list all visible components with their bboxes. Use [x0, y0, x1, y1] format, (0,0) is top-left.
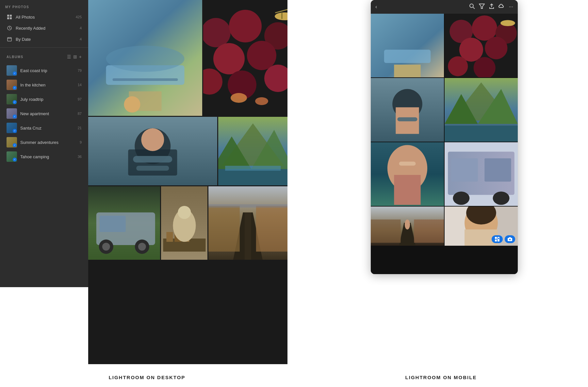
all-photos-count: 425	[76, 15, 82, 19]
svg-rect-1	[10, 15, 12, 17]
mobile-photo-truck-window[interactable]	[445, 142, 518, 206]
svg-marker-63	[479, 4, 484, 8]
back-button[interactable]: ‹	[375, 4, 377, 10]
svg-point-27	[231, 93, 247, 103]
svg-rect-43	[100, 216, 126, 232]
svg-point-112	[509, 239, 511, 240]
album-count-summer: 9	[80, 140, 82, 144]
desktop-footer-label: LIGHTROOM ON DESKTOP	[0, 369, 294, 380]
sidebar-item-all-photos[interactable]: All Photos 425	[2, 12, 86, 22]
recently-added-label: Recently Added	[16, 26, 80, 31]
mobile-photo-person-hands[interactable]	[371, 78, 444, 142]
clock-icon	[7, 25, 12, 31]
photo-mountains[interactable]	[218, 117, 287, 185]
mobile-photo-kayak[interactable]	[371, 14, 444, 77]
svg-rect-91	[451, 158, 478, 181]
svg-rect-107	[495, 240, 497, 241]
camera-button[interactable]	[505, 235, 515, 243]
albums-header: ALBUMS ☰ ⊞ +	[2, 52, 86, 62]
svg-rect-97	[371, 220, 401, 243]
mobile-photo-woman-hands[interactable]	[371, 142, 444, 206]
photo-autumn-road[interactable]	[208, 186, 287, 260]
album-thumb-apartment: ✓	[7, 108, 17, 119]
photo-fruits[interactable]	[203, 0, 287, 116]
desktop-photo-grid	[88, 0, 287, 364]
album-thumb-kitchen: ✓	[7, 80, 17, 90]
svg-rect-50	[166, 232, 173, 242]
svg-point-61	[470, 4, 473, 8]
grid-row-3	[88, 186, 287, 260]
cloud-icon[interactable]	[498, 4, 505, 10]
svg-rect-33	[136, 166, 169, 171]
album-item-apartment[interactable]: ✓ New apartment 87	[2, 107, 86, 120]
album-item-tahoe[interactable]: ✓ Tahoe camping 36	[2, 150, 86, 163]
album-count-santa-cruz: 21	[78, 126, 82, 130]
album-label-kitchen: In the kitchen	[20, 83, 78, 87]
grid-row-1	[88, 0, 287, 116]
album-item-kitchen[interactable]: ✓ In the kitchen 14	[2, 78, 86, 92]
svg-rect-3	[10, 17, 12, 19]
sidebar-item-recently-added[interactable]: Recently Added 4	[2, 23, 86, 33]
filter-icon[interactable]	[479, 3, 485, 10]
sync-badge-summer: ✓	[13, 143, 17, 147]
sync-badge-apt: ✓	[13, 115, 17, 118]
svg-line-62	[473, 7, 475, 9]
svg-point-19	[213, 43, 245, 74]
svg-rect-0	[7, 15, 9, 17]
desktop-panel: MY PHOTOS All Photos 425	[0, 0, 287, 364]
svg-point-72	[485, 37, 507, 59]
album-label-tahoe: Tahoe camping	[20, 154, 78, 159]
album-thumb-santa-cruz: ✓	[7, 123, 17, 133]
import-button[interactable]: +	[492, 235, 503, 243]
album-label-santa-cruz: Santa Cruz	[20, 126, 78, 131]
svg-rect-58	[208, 206, 240, 252]
more-icon[interactable]: ···	[509, 4, 513, 10]
svg-point-94	[493, 192, 510, 205]
calendar-icon	[7, 36, 12, 42]
album-count-july: 97	[78, 97, 82, 101]
album-thumb-summer: ✓	[7, 137, 17, 147]
mobile-panel: ‹	[301, 0, 588, 364]
mobile-device: ‹	[371, 0, 518, 274]
svg-point-13	[124, 96, 140, 113]
add-album-icon[interactable]: +	[79, 54, 82, 59]
svg-rect-39	[218, 169, 287, 185]
album-count-kitchen: 14	[78, 83, 82, 87]
svg-rect-65	[384, 50, 431, 63]
svg-point-34	[141, 128, 164, 151]
mobile-photo-fruits[interactable]	[445, 14, 518, 77]
photo-person-hands[interactable]	[88, 117, 217, 185]
sidebar: MY PHOTOS All Photos 425	[0, 0, 88, 287]
album-thumb-tahoe: ✓	[7, 151, 17, 162]
album-count-apartment: 87	[78, 112, 82, 116]
svg-point-47	[138, 243, 146, 251]
albums-controls[interactable]: ☰ ⊞ +	[67, 54, 82, 59]
svg-point-69	[472, 15, 497, 40]
svg-rect-87	[394, 175, 420, 205]
mobile-action-buttons: +	[492, 235, 515, 243]
grid-view-icon[interactable]: ⊞	[73, 54, 77, 59]
album-label-east-coast: East coast trip	[20, 68, 78, 73]
mobile-photo-portrait-woman[interactable]: +	[445, 207, 518, 246]
mobile-photo-mountains-boats[interactable]	[445, 78, 518, 142]
sidebar-item-by-date[interactable]: By Date 4	[2, 34, 86, 44]
mobile-photo-autumn-figure[interactable]	[371, 207, 444, 246]
album-item-east-coast[interactable]: ✓ East coast trip 79	[2, 64, 86, 77]
svg-point-46	[102, 243, 110, 251]
photo-dog-books[interactable]	[161, 186, 208, 260]
photo-kayak[interactable]	[88, 0, 202, 116]
photo-truck[interactable]	[88, 186, 160, 260]
share-icon[interactable]	[489, 3, 495, 10]
album-item-santa-cruz[interactable]: ✓ Santa Cruz 21	[2, 121, 86, 135]
album-thumb-east-coast: ✓	[7, 65, 17, 76]
svg-rect-60	[208, 204, 287, 208]
list-view-icon[interactable]: ☰	[67, 54, 71, 59]
album-item-july[interactable]: ✓ July roadtrip 97	[2, 92, 86, 106]
svg-rect-59	[256, 206, 287, 252]
recently-added-count: 4	[80, 26, 82, 30]
svg-rect-79	[397, 117, 417, 121]
album-label-apartment: New apartment	[20, 111, 78, 116]
album-item-summer[interactable]: ✓ Summer adventures 9	[2, 135, 86, 149]
svg-rect-113	[509, 237, 511, 238]
search-icon[interactable]	[469, 3, 475, 10]
